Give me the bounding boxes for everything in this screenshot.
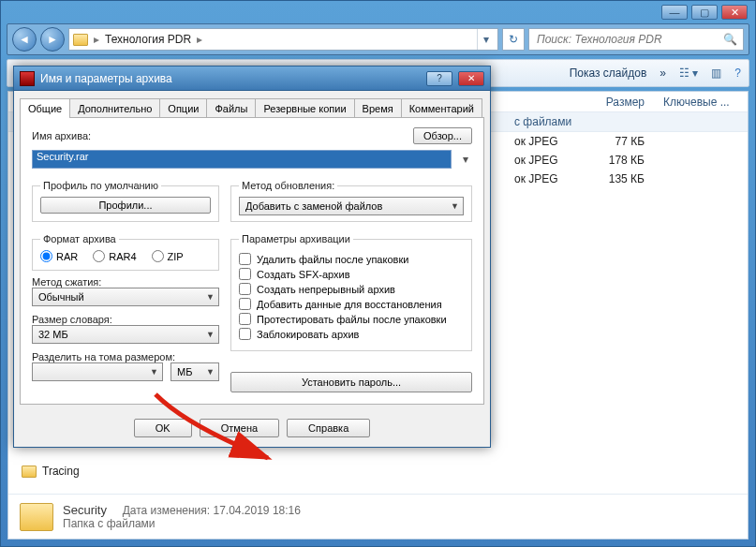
param-solid[interactable]: Создать непрерывный архив xyxy=(239,283,464,295)
close-button[interactable]: ✕ xyxy=(721,5,748,20)
param-lock[interactable]: Заблокировать архив xyxy=(239,328,464,340)
archive-name-input[interactable]: Security.rar xyxy=(32,150,452,169)
dict-select[interactable]: 32 МБ ▼ xyxy=(32,325,219,344)
details-date-label: Дата изменения: xyxy=(123,504,211,517)
tab-files[interactable]: Файлы xyxy=(206,98,256,118)
update-method-select[interactable]: Добавить с заменой файлов ▼ xyxy=(239,197,464,215)
format-rar[interactable]: RAR xyxy=(40,250,78,262)
tab-general[interactable]: Общие xyxy=(20,98,70,118)
refresh-button[interactable]: ↻ xyxy=(502,28,525,51)
cancel-button[interactable]: Отмена xyxy=(200,419,279,437)
dict-label: Размер словаря: xyxy=(32,314,219,325)
address-dropdown-icon[interactable]: ▾ xyxy=(477,29,494,50)
back-button[interactable]: ◄ xyxy=(12,27,37,52)
toolbar-more[interactable]: » xyxy=(660,67,666,80)
breadcrumb-item[interactable]: Технология PDR xyxy=(105,33,191,46)
compress-label: Метод сжатия: xyxy=(32,276,219,288)
compress-select[interactable]: Обычный ▼ xyxy=(32,288,219,306)
dialog-help-button[interactable]: ? xyxy=(426,71,452,86)
tab-time[interactable]: Время xyxy=(354,98,402,118)
details-kind: Папка с файлами xyxy=(63,517,301,530)
split-unit-select[interactable]: МБ ▼ xyxy=(170,362,219,381)
ok-button[interactable]: OK xyxy=(134,419,192,437)
breadcrumb-sep-icon: ▸ xyxy=(94,33,99,46)
maximize-button[interactable]: ▢ xyxy=(691,5,718,20)
help-icon[interactable]: ? xyxy=(734,67,741,80)
preview-pane-icon[interactable]: ▥ xyxy=(711,67,721,80)
address-bar[interactable]: ▸ Технология PDR ▸ ▾ xyxy=(68,28,498,51)
tab-options[interactable]: Опции xyxy=(159,98,207,118)
chevron-down-icon: ▼ xyxy=(206,367,215,377)
dialog-footer: OK Отмена Справка xyxy=(14,411,490,447)
forward-button[interactable]: ► xyxy=(40,27,65,52)
archive-name-label: Имя архива: xyxy=(32,130,91,141)
details-date-value: 17.04.2019 18:16 xyxy=(213,504,300,517)
set-password-button[interactable]: Установить пароль... xyxy=(230,372,472,392)
search-input[interactable] xyxy=(535,32,718,47)
profile-group: Профиль по умолчанию Профили... xyxy=(32,180,219,222)
format-group: Формат архива RAR RAR4 ZIP xyxy=(32,233,219,271)
dialog-title: Имя и параметры архива xyxy=(40,72,172,85)
tab-backup[interactable]: Резервные копии xyxy=(255,98,354,118)
dialog-body: Имя архива: Обзор... Security.rar ▾ Проф… xyxy=(20,117,484,405)
param-recovery[interactable]: Добавить данные для восстановления xyxy=(239,298,464,310)
browse-button[interactable]: Обзор... xyxy=(413,127,472,144)
chevron-down-icon: ▼ xyxy=(150,367,158,377)
tree-item[interactable]: Tracing xyxy=(22,465,80,478)
tab-comment[interactable]: Комментарий xyxy=(401,98,482,118)
format-rar4[interactable]: RAR4 xyxy=(93,250,136,262)
folder-icon xyxy=(73,34,88,46)
param-sfx[interactable]: Создать SFX-архив xyxy=(239,268,464,280)
format-zip[interactable]: ZIP xyxy=(152,250,184,262)
chevron-down-icon: ▼ xyxy=(206,292,215,302)
split-size-select[interactable]: ▼ xyxy=(32,362,163,381)
breadcrumb-sep-icon: ▸ xyxy=(197,33,202,46)
dialog-tabs: Общие Дополнительно Опции Файлы Резервны… xyxy=(14,91,490,118)
details-pane: Security Дата изменения: 17.04.2019 18:1… xyxy=(8,494,748,539)
dialog-titlebar[interactable]: Имя и параметры архива ? ✕ xyxy=(14,67,490,91)
chevron-down-icon: ▼ xyxy=(206,330,215,339)
view-options-icon[interactable]: ☷ ▾ xyxy=(679,67,698,80)
slideshow-button[interactable]: Показ слайдов xyxy=(570,67,647,80)
window-titlebar: — ▢ ✕ xyxy=(1,1,755,23)
winrar-icon xyxy=(20,71,35,86)
help-button[interactable]: Справка xyxy=(287,419,370,437)
column-size[interactable]: Размер xyxy=(560,96,654,109)
minimize-button[interactable]: — xyxy=(661,5,688,20)
dropdown-icon[interactable]: ▾ xyxy=(459,153,472,166)
archive-dialog: Имя и параметры архива ? ✕ Общие Дополни… xyxy=(13,66,491,448)
search-box[interactable]: 🔍 xyxy=(528,28,744,51)
split-label: Разделить на тома размером: xyxy=(32,351,219,362)
column-keys[interactable]: Ключевые ... xyxy=(654,96,748,109)
params-group: Параметры архивации Удалить файлы после … xyxy=(230,233,472,351)
folder-icon xyxy=(22,466,37,478)
param-delete[interactable]: Удалить файлы после упаковки xyxy=(239,253,464,265)
profiles-button[interactable]: Профили... xyxy=(40,197,211,214)
tab-advanced[interactable]: Дополнительно xyxy=(69,98,160,118)
chevron-down-icon: ▼ xyxy=(451,201,459,211)
dialog-close-button[interactable]: ✕ xyxy=(458,71,484,86)
param-test[interactable]: Протестировать файлы после упаковки xyxy=(239,313,464,325)
details-name: Security xyxy=(63,503,107,517)
search-icon: 🔍 xyxy=(723,33,737,46)
folder-icon xyxy=(20,503,53,531)
update-group: Метод обновления: Добавить с заменой фай… xyxy=(230,180,472,222)
nav-bar: ◄ ► ▸ Технология PDR ▸ ▾ ↻ 🔍 xyxy=(7,23,749,55)
